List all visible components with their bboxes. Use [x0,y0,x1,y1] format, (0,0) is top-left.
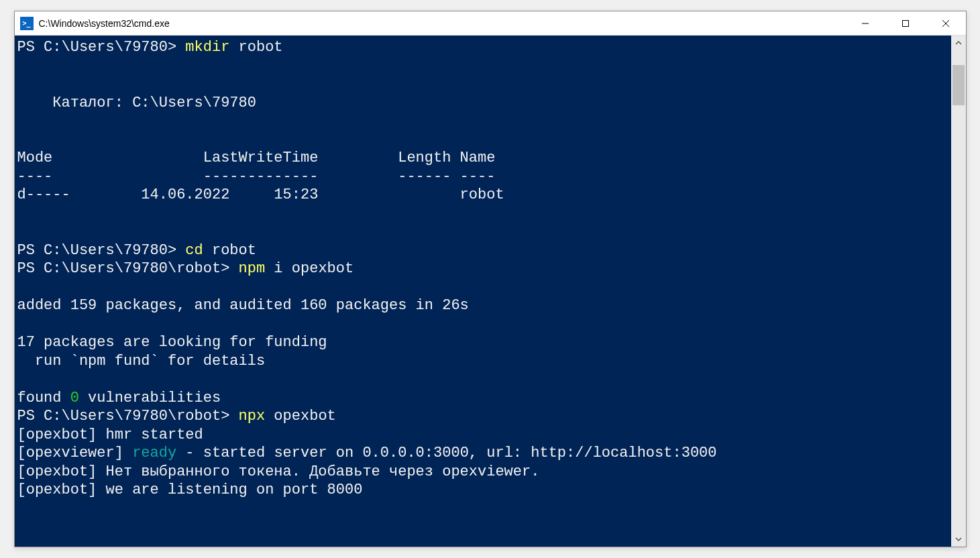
output-line: [opexbot] we are listening on port 8000 [17,482,363,498]
scrollbar[interactable] [951,36,966,547]
titlebar[interactable]: C:\Windows\system32\cmd.exe [15,11,966,36]
terminal-wrapper: PS C:\Users\79780> mkdir robot Каталог: … [15,36,966,547]
prompt: PS C:\Users\79780> [17,39,186,56]
scroll-down-button[interactable] [951,532,966,547]
command-arg: i opexbot [265,260,353,277]
output-line: - started server on 0.0.0.0:3000, url: h… [176,445,716,461]
command: npx [239,408,266,425]
command-arg: opexbot [265,408,336,425]
vuln-count: 0 [70,390,79,406]
output-line: 17 packages are looking for funding [17,334,327,351]
table-sep: ---- ------------- ------ ---- [17,168,496,185]
table-row: d----- 14.06.2022 15:23 robot [17,186,504,203]
window-frame: C:\Windows\system32\cmd.exe PS C:\Users\… [14,11,967,547]
svg-rect-1 [902,20,908,26]
minimize-icon [861,19,869,27]
terminal-output[interactable]: PS C:\Users\79780> mkdir robot Каталог: … [15,36,951,547]
command-arg: robot [203,242,256,259]
command: cd [185,242,203,259]
output-line: run `npm fund` for details [17,353,266,370]
maximize-icon [902,19,910,27]
window-title: C:\Windows\system32\cmd.exe [39,18,845,29]
chevron-down-icon [955,536,962,543]
output-line: found [17,390,70,406]
chevron-up-icon [955,40,962,46]
table-header: Mode LastWriteTime Length Name [17,150,496,166]
prompt: PS C:\Users\79780\robot> [17,260,239,277]
output-line: [opexbot] Нет выбранного токена. Добавьт… [17,463,540,480]
status-ready: ready [132,445,176,461]
scrollbar-track[interactable] [951,50,966,532]
output-line: Каталог: C:\Users\79780 [17,95,256,111]
close-icon [942,19,950,27]
powershell-icon [20,17,34,30]
window-controls [845,11,966,35]
output-line: added 159 packages, and audited 160 pack… [17,297,469,314]
prompt: PS C:\Users\79780> [17,242,186,259]
maximize-button[interactable] [885,11,926,35]
output-line: [opexbot] hmr started [17,427,203,443]
output-line: [opexviewer] [17,445,133,461]
output-line: vulnerabilities [79,390,221,406]
scrollbar-thumb[interactable] [952,65,965,105]
prompt: PS C:\Users\79780\robot> [17,408,239,425]
command-arg: robot [229,39,282,56]
command: mkdir [185,39,229,56]
command: npm [239,260,266,277]
minimize-button[interactable] [845,11,885,35]
close-button[interactable] [926,11,966,35]
scroll-up-button[interactable] [951,36,966,50]
